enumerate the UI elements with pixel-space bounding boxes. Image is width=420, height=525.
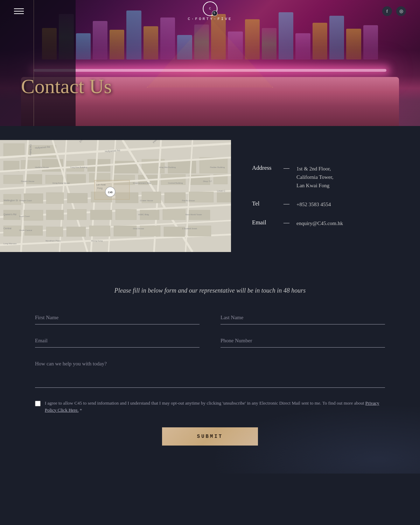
address-value: 1st & 2nd Floor, California Tower, Lan K… (296, 164, 334, 190)
svg-text:Avon Court: Avon Court (19, 215, 30, 217)
page-title: Contact Us (21, 75, 112, 98)
submit-wrap: SUBMIT (35, 427, 385, 446)
svg-rect-52 (115, 209, 136, 220)
svg-rect-38 (24, 194, 43, 203)
svg-rect-51 (90, 210, 112, 220)
svg-text:Sheng Kung: Sheng Kung (91, 240, 103, 242)
svg-text:Central Building: Central Building (168, 182, 183, 184)
logo-circle: C 5 (203, 1, 217, 16)
svg-text:Lan Kwai: Lan Kwai (96, 183, 106, 186)
svg-rect-39 (46, 192, 64, 204)
map-container[interactable]: Hollywood Rd Hollywood Rd D'Aguilar St P… (0, 140, 231, 252)
form-grid (35, 312, 385, 348)
svg-rect-60 (89, 226, 110, 236)
email-dash: — (284, 219, 289, 226)
svg-rect-54 (163, 209, 186, 220)
tel-label: Tel (252, 200, 276, 207)
tel-value: +852 3583 4554 (296, 200, 331, 209)
svg-text:Yung Kee Building: Yung Kee Building (70, 166, 87, 168)
consent-checkbox[interactable] (35, 401, 41, 406)
svg-text:Entertainment Bldg: Entertainment Bldg (133, 182, 151, 184)
consent-checkbox-row: I agree to allow C45 to send information… (35, 400, 385, 413)
svg-text:Chater House: Chater House (140, 200, 153, 202)
first-name-input[interactable] (35, 312, 200, 324)
svg-text:Ovolo Central: Ovolo Central (19, 229, 32, 231)
email-label: Email (252, 219, 276, 226)
logo-name: C·FORTY·FIVE (188, 17, 232, 21)
svg-rect-58 (46, 227, 63, 237)
last-name-input[interactable] (220, 312, 385, 324)
consent-label: I agree to allow C45 to send information… (45, 400, 385, 413)
svg-text:Wyndham Place: Wyndham Place (46, 240, 61, 242)
logo-circle-text: C (209, 7, 211, 10)
svg-text:Pacific House: Pacific House (182, 200, 195, 202)
svg-rect-40 (67, 193, 88, 203)
contact-info-container: Address — 1st & 2nd Floor, California To… (231, 140, 420, 252)
svg-text:Shop 717: Shop 717 (203, 180, 212, 182)
nav-social: f ◎ (382, 6, 406, 16)
svg-text:Harilela House: Harilela House (35, 166, 49, 168)
message-field-wrap (35, 358, 385, 389)
map-svg: Hollywood Rd Hollywood Rd D'Aguilar St P… (0, 140, 231, 252)
form-subtitle: Please fill in below form and our repres… (35, 287, 385, 294)
svg-rect-49 (46, 210, 64, 220)
facebook-icon[interactable]: f (382, 6, 392, 16)
svg-text:Hong Kong House: Hong Kong House (52, 182, 70, 184)
svg-text:Old Bailey: Old Bailey (29, 144, 32, 155)
svg-text:Pedder Building: Pedder Building (210, 166, 225, 168)
svg-text:Dragon Court: Dragon Court (19, 200, 32, 202)
svg-text:HSBC Bldg: HSBC Bldg (138, 214, 149, 216)
email-input[interactable] (35, 335, 200, 348)
svg-rect-59 (66, 227, 86, 237)
svg-rect-9 (26, 174, 42, 184)
phone-field (220, 335, 385, 348)
instagram-icon[interactable]: ◎ (396, 6, 406, 16)
tel-dash: — (284, 200, 289, 207)
svg-text:1 Duddell Street: 1 Duddell Street (182, 227, 197, 230)
svg-rect-63 (164, 227, 185, 237)
svg-text:Dina House: Dina House (133, 227, 144, 230)
svg-text:Wellington St: Wellington St (4, 199, 18, 202)
svg-text:Fong: Fong (97, 187, 103, 190)
message-textarea[interactable] (35, 358, 385, 388)
first-name-field (35, 312, 200, 324)
nav-left (14, 8, 24, 14)
svg-text:Level C: Level C (217, 190, 225, 192)
email-row: Email — enquiry@C45.com.hk (252, 219, 399, 227)
email-link[interactable]: enquiry@C45.com.hk (296, 220, 343, 226)
tel-row: Tel — +852 3583 4554 (252, 200, 399, 209)
logo-five-icon: 5 (212, 10, 217, 16)
svg-rect-50 (67, 209, 86, 220)
email-value: enquiry@C45.com.hk (296, 219, 343, 227)
svg-text:Hing Wai Building: Hing Wai Building (159, 166, 176, 168)
site-logo[interactable]: C 5 C·FORTY·FIVE (188, 1, 232, 21)
navbar: C 5 C·FORTY·FIVE f ◎ (0, 0, 420, 22)
svg-text:C45: C45 (108, 191, 113, 194)
map-info-section: Hollywood Rd Hollywood Rd D'Aguilar St P… (0, 126, 420, 266)
svg-rect-46 (217, 192, 231, 202)
address-row: Address — 1st & 2nd Floor, California To… (252, 164, 399, 190)
contact-form: I agree to allow C45 to send information… (35, 312, 385, 446)
contact-form-section: Please fill in below form and our repres… (0, 266, 420, 474)
svg-text:Central: Central (4, 227, 12, 230)
svg-text:Parakh House: Parakh House (21, 180, 35, 182)
svg-text:New World Tower: New World Tower (186, 214, 202, 216)
svg-text:Queen's Rd: Queen's Rd (4, 213, 16, 216)
hero-heading-wrap: Contact Us (21, 75, 112, 98)
email-field (35, 335, 200, 348)
phone-input[interactable] (220, 335, 385, 348)
svg-text:Long Mansion: Long Mansion (4, 243, 17, 245)
svg-rect-8 (4, 175, 23, 184)
address-dash: — (284, 164, 289, 172)
address-label: Address (252, 164, 276, 172)
last-name-field (220, 312, 385, 324)
hamburger-menu[interactable] (14, 8, 24, 14)
submit-button[interactable]: SUBMIT (162, 427, 258, 446)
map-background: Hollywood Rd Hollywood Rd D'Aguilar St P… (0, 140, 231, 252)
